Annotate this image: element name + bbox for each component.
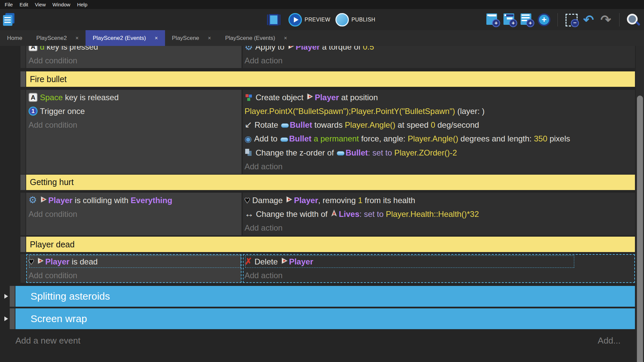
tab-playscene[interactable]: PlayScene× (165, 30, 218, 46)
text-segment: 1 (358, 196, 362, 205)
comment-text[interactable]: Player dead (26, 237, 635, 252)
tab-close-icon[interactable]: × (208, 35, 211, 41)
collapsed-arrow-icon[interactable] (3, 308, 10, 329)
tab-playscene2-events[interactable]: PlayScene2 (Events)× (86, 30, 165, 46)
tab-playscene2[interactable]: PlayScene2× (29, 30, 86, 46)
comment-drag-handle[interactable] (20, 71, 25, 87)
text-segment: Player (45, 257, 69, 266)
action[interactable]: Create object Player at position Player.… (245, 90, 575, 118)
text-segment: set to (372, 148, 394, 157)
scrollbar-thumb[interactable] (637, 96, 643, 362)
text-segment: from its health (363, 196, 415, 205)
text-segment: Create object (256, 93, 306, 102)
comment-drag-handle[interactable] (20, 237, 25, 252)
action[interactable]: ✗Delete Player (245, 255, 575, 268)
text-segment: Everything (131, 196, 172, 205)
text-segment: Player (289, 257, 313, 266)
text-segment: towards (312, 120, 345, 129)
player-object-icon (285, 193, 293, 207)
conditions-cell: ASpace key is released1Trigger onceAdd c… (26, 90, 241, 174)
collapsed-arrow-icon[interactable] (3, 286, 10, 307)
gdevelop-logo-icon[interactable] (3, 13, 16, 26)
add-circle-icon[interactable]: + (537, 13, 551, 26)
vertical-scrollbar[interactable] (636, 46, 644, 362)
add-event-icon[interactable]: + (486, 13, 499, 26)
group-drag-handle[interactable] (10, 308, 15, 329)
condition[interactable]: ⚙Player is colliding with Everything (29, 193, 241, 207)
group-title-splitting-asteroids[interactable]: Splitting asteroids (15, 286, 635, 307)
text-segment: Damage (252, 196, 285, 205)
text-segment: Bullet (345, 148, 368, 157)
conditions-cell: ♥Player is deadAdd condition (26, 254, 241, 283)
comment-text[interactable]: Fire bullet (26, 71, 635, 87)
comment-row: Player dead (20, 237, 635, 252)
event-row: ♥Player is deadAdd condition✗Delete Play… (20, 254, 635, 283)
tab-label: PlayScene (172, 35, 199, 42)
condition[interactable]: ASpace key is released (29, 90, 241, 104)
group-drag-handle[interactable] (10, 286, 15, 307)
physics-icon: ⚙ (245, 46, 253, 52)
event-drag-handle[interactable] (20, 254, 25, 283)
add-subevent-icon[interactable]: + (503, 13, 517, 26)
event-row: ⚙Player is colliding with EverythingAdd … (20, 193, 635, 235)
menu-item-help[interactable]: Help (74, 2, 91, 7)
physics-icon: ⚙ (29, 195, 37, 205)
add-new-event-placeholder[interactable]: Add a new event (15, 336, 80, 346)
add-action-button[interactable]: Add action (245, 160, 575, 173)
text-segment: Player (48, 196, 72, 205)
add-condition-button[interactable]: Add condition (29, 118, 241, 132)
action[interactable]: Change the z-order of Bullet: set to Pla… (245, 146, 575, 160)
add-condition-button[interactable]: Add condition (29, 207, 241, 221)
action[interactable]: ⚙Apply to Player a torque of 0.5 (245, 46, 575, 54)
action[interactable]: ↔Change the width of Lives: set to Playe… (245, 207, 575, 221)
tab-playscene-events[interactable]: PlayScene (Events)× (218, 30, 294, 46)
condition[interactable]: 1Trigger once (29, 104, 241, 118)
search-icon[interactable] (627, 13, 640, 26)
condition[interactable]: Ad key is pressed (29, 46, 241, 54)
add-action-button[interactable]: Add action (245, 54, 575, 67)
text-segment: d (40, 46, 44, 51)
menu-item-edit[interactable]: Edit (16, 2, 32, 7)
menu-item-file[interactable]: File (1, 2, 16, 7)
condition[interactable]: ♥Player is dead (29, 255, 241, 268)
publish-globe-icon (335, 13, 349, 26)
text-segment: Trigger once (40, 107, 85, 116)
text-segment: at speed (395, 120, 431, 129)
text-segment: Player.Angle() (345, 120, 395, 129)
tab-close-icon[interactable]: × (284, 35, 287, 41)
redo-icon[interactable]: ↷ (599, 13, 612, 26)
debug-icon[interactable] (269, 14, 279, 25)
tab-close-icon[interactable]: × (155, 35, 158, 41)
text-segment: 0 (431, 120, 435, 129)
event-drag-handle[interactable] (20, 90, 25, 174)
add-comment-icon[interactable]: + (520, 13, 534, 26)
text-segment: Player.PointX("BulletSpawn");Player.Poin… (245, 107, 455, 116)
add-action-button[interactable]: Add action (245, 268, 575, 282)
tab-home[interactable]: Home (0, 30, 29, 46)
event-drag-handle[interactable] (20, 46, 25, 68)
preview-button[interactable]: PREVIEW (288, 13, 330, 26)
add-button[interactable]: Add... (598, 336, 621, 346)
tab-close-icon[interactable]: × (75, 35, 78, 41)
publish-button[interactable]: PUBLISH (335, 13, 375, 26)
text-segment: set to (364, 209, 386, 219)
add-action-button[interactable]: Add action (245, 221, 575, 235)
add-condition-button[interactable]: Add condition (29, 268, 241, 282)
comment-drag-handle[interactable] (20, 175, 25, 190)
gdevelop-window: FileEditViewWindowHelp PREVIEW PUBLISH +… (0, 0, 644, 362)
action[interactable]: ◉Add to Bullet a permanent force, angle:… (245, 132, 575, 145)
menu-item-window[interactable]: Window (49, 2, 73, 7)
comment-text[interactable]: Getting hurt (26, 175, 635, 190)
action[interactable]: ↙Rotate Bullet towards Player.Angle() at… (245, 118, 575, 132)
delete-selection-icon[interactable]: − (565, 13, 578, 26)
menu-item-view[interactable]: View (32, 2, 49, 7)
toolbar-center-group: PREVIEW PUBLISH (269, 13, 375, 26)
group-title-screen-wrap[interactable]: Screen wrap (15, 308, 635, 329)
event-drag-handle[interactable] (20, 193, 25, 235)
add-condition-button[interactable]: Add condition (29, 54, 241, 67)
action[interactable]: ♥Damage Player, removing 1 from its heal… (245, 193, 575, 207)
bullet-object-icon (337, 146, 344, 160)
undo-icon[interactable]: ↶ (582, 13, 595, 26)
text-segment: Delete (255, 257, 280, 266)
group-row: Splitting asteroids (3, 286, 635, 307)
